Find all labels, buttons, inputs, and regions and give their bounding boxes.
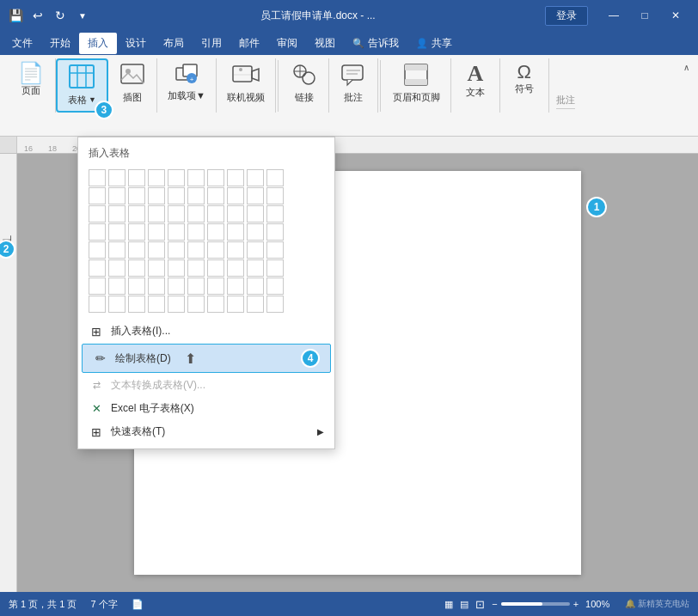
grid-cell[interactable]	[128, 187, 145, 204]
menu-view[interactable]: 视图	[306, 33, 344, 54]
grid-cell[interactable]	[128, 278, 145, 295]
minimize-button[interactable]: —	[598, 0, 629, 31]
grid-cell[interactable]	[187, 296, 205, 313]
layout-icon-3[interactable]: ⊡	[475, 598, 485, 611]
grid-cell[interactable]	[207, 241, 224, 259]
grid-cell[interactable]	[89, 241, 106, 259]
login-button[interactable]: 登录	[545, 6, 588, 26]
zoom-track[interactable]	[501, 602, 570, 606]
ribbon-btn-symbols[interactable]: Ω 符号	[505, 60, 543, 98]
grid-cell[interactable]	[108, 187, 126, 204]
layout-icon-2[interactable]: ▤	[460, 599, 468, 610]
dropdown-item-quick-table[interactable]: ⊞ 快速表格(T) ▶	[78, 420, 334, 443]
grid-cell[interactable]	[207, 223, 224, 241]
grid-cell[interactable]	[168, 205, 185, 223]
grid-cell[interactable]	[168, 241, 185, 259]
grid-cell[interactable]	[108, 296, 126, 313]
grid-cell[interactable]	[148, 241, 165, 259]
ribbon-group-table[interactable]: 表格 ▼ 3	[56, 58, 108, 113]
grid-cell[interactable]	[168, 187, 185, 204]
grid-cell[interactable]	[108, 169, 126, 186]
grid-cell[interactable]	[227, 259, 244, 277]
grid-cell[interactable]	[247, 187, 264, 204]
grid-cell[interactable]	[108, 223, 126, 241]
grid-cell[interactable]	[187, 169, 205, 186]
grid-cell[interactable]	[128, 223, 145, 241]
grid-cell[interactable]	[89, 187, 106, 204]
zoom-minus[interactable]: −	[492, 599, 497, 609]
grid-cell[interactable]	[247, 241, 264, 259]
grid-cell[interactable]	[148, 296, 165, 313]
menu-layout[interactable]: 布局	[155, 33, 193, 54]
ribbon-btn-video[interactable]: 联机视频	[222, 60, 270, 107]
grid-cell[interactable]	[108, 205, 126, 223]
grid-cell[interactable]	[266, 278, 284, 295]
dropdown-item-excel[interactable]: ✕ Excel 电子表格(X)	[78, 397, 334, 420]
grid-cell[interactable]	[247, 205, 264, 223]
grid-cell[interactable]	[227, 187, 244, 204]
ribbon-collapse-button[interactable]: ∧	[677, 58, 695, 76]
undo-icon[interactable]: ↩	[29, 7, 46, 24]
grid-cell[interactable]	[227, 241, 244, 259]
grid-cell[interactable]	[168, 259, 185, 277]
zoom-plus[interactable]: +	[573, 599, 579, 609]
grid-cell[interactable]	[227, 278, 244, 295]
ribbon-btn-links[interactable]: 链接	[285, 60, 323, 107]
grid-cell[interactable]	[168, 296, 185, 313]
grid-cell[interactable]	[227, 223, 244, 241]
redo-icon[interactable]: ↻	[52, 7, 69, 24]
grid-cell[interactable]	[168, 169, 185, 186]
menu-review[interactable]: 审阅	[268, 33, 306, 54]
grid-cell[interactable]	[266, 223, 284, 241]
grid-cell[interactable]	[187, 241, 205, 259]
grid-cell[interactable]	[148, 169, 165, 186]
grid-cell[interactable]	[266, 205, 284, 223]
grid-cell[interactable]	[187, 223, 205, 241]
grid-cell[interactable]	[266, 259, 284, 277]
dropdown-arrow-icon[interactable]: ▼	[74, 7, 91, 24]
grid-cell[interactable]	[266, 296, 284, 313]
table-grid[interactable]	[78, 166, 334, 320]
grid-cell[interactable]	[247, 259, 264, 277]
grid-cell[interactable]	[89, 278, 106, 295]
menu-tell[interactable]: 🔍告诉我	[344, 33, 407, 54]
close-button[interactable]: ✕	[660, 0, 691, 31]
layout-icon-1[interactable]: ▦	[444, 599, 453, 610]
grid-cell[interactable]	[128, 259, 145, 277]
menu-insert[interactable]: 插入	[79, 33, 117, 54]
grid-cell[interactable]	[89, 205, 106, 223]
grid-cell[interactable]	[227, 296, 244, 313]
grid-cell[interactable]	[187, 205, 205, 223]
dropdown-item-insert-table[interactable]: ⊞ 插入表格(I)...	[78, 320, 334, 343]
grid-cell[interactable]	[148, 259, 165, 277]
grid-cell[interactable]	[247, 278, 264, 295]
menu-file[interactable]: 文件	[3, 33, 41, 54]
grid-cell[interactable]	[207, 187, 224, 204]
grid-cell[interactable]	[148, 187, 165, 204]
ribbon-btn-header-footer[interactable]: 页眉和页脚	[388, 60, 445, 107]
grid-cell[interactable]	[128, 296, 145, 313]
grid-cell[interactable]	[89, 169, 106, 186]
menu-home[interactable]: 开始	[41, 33, 79, 54]
grid-cell[interactable]	[227, 205, 244, 223]
menu-references[interactable]: 引用	[193, 33, 230, 54]
grid-cell[interactable]	[108, 241, 126, 259]
grid-cell[interactable]	[89, 296, 106, 313]
restore-button[interactable]: □	[629, 0, 660, 31]
grid-cell[interactable]	[108, 259, 126, 277]
grid-cell[interactable]	[207, 259, 224, 277]
grid-cell[interactable]	[207, 278, 224, 295]
grid-cell[interactable]	[266, 169, 284, 186]
dropdown-item-draw-table[interactable]: ✏ 绘制表格(D) ⬆ 4	[82, 344, 331, 373]
grid-cell[interactable]	[148, 223, 165, 241]
menu-design[interactable]: 设计	[117, 33, 155, 54]
grid-cell[interactable]	[247, 296, 264, 313]
grid-cell[interactable]	[89, 223, 106, 241]
grid-cell[interactable]	[108, 278, 126, 295]
grid-cell[interactable]	[89, 259, 106, 277]
ribbon-btn-addins[interactable]: + 加载项▼	[162, 60, 211, 105]
menu-share[interactable]: 👤共享	[407, 33, 461, 54]
grid-cell[interactable]	[148, 278, 165, 295]
grid-cell[interactable]	[168, 223, 185, 241]
grid-cell[interactable]	[207, 205, 224, 223]
